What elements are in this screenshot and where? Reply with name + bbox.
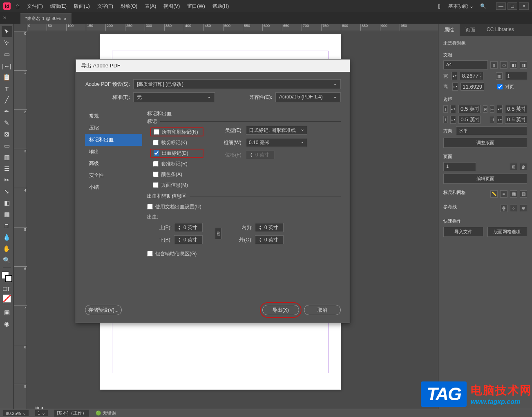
margin-inside-input[interactable] (505, 105, 527, 113)
workspace-switcher[interactable]: 基本功能 ⌄ (448, 3, 474, 10)
sidebar-item-advanced[interactable]: 高级 (85, 158, 142, 169)
bleed-link-icon[interactable]: ⎘ (215, 228, 221, 239)
bleed-inside-input[interactable]: ▲▼0 英寸 (255, 223, 284, 232)
horizontal-grid-icon[interactable]: ☰ (2, 163, 12, 174)
format-container-icon[interactable]: □T (2, 283, 12, 294)
scissors-tool[interactable]: ✂ (2, 175, 12, 185)
sidebar-item-security[interactable]: 安全性 (85, 169, 142, 181)
tab-cc-libraries[interactable]: CC Libraries (481, 24, 520, 36)
binding-left-icon[interactable]: ◧ (510, 61, 517, 69)
crop-marks-checkbox[interactable] (153, 140, 159, 145)
margin-bottom-input[interactable] (458, 116, 481, 124)
menu-text[interactable]: 文字(T) (97, 3, 113, 10)
pen-tool[interactable]: ✒ (2, 106, 12, 117)
smart-guides-icon[interactable]: ⊕ (520, 205, 527, 212)
height-input[interactable] (460, 83, 484, 91)
hand-tool[interactable]: ✋ (2, 243, 12, 254)
menu-object[interactable]: 对象(O) (121, 3, 137, 10)
sidebar-item-general[interactable]: 常规 (85, 110, 142, 122)
share-icon[interactable]: ⇧ (436, 2, 442, 10)
use-doc-bleed-checkbox[interactable] (147, 204, 153, 210)
margin-outside-input[interactable] (505, 116, 527, 124)
window-close-button[interactable]: × (519, 2, 529, 10)
document-tab[interactable]: *未命名-1 @ 80% × (20, 13, 72, 24)
binding-right-icon[interactable]: ◨ (520, 61, 527, 69)
gap-tool[interactable]: |↔| (2, 60, 12, 71)
page-number-select[interactable]: 1 (443, 162, 476, 171)
page-info-checkbox[interactable] (153, 182, 159, 188)
content-collector-tool[interactable]: 📋 (2, 72, 12, 83)
columns-input[interactable] (505, 72, 527, 80)
sidebar-item-marks-bleed[interactable]: 标记和出血 (85, 134, 142, 146)
sidebar-item-output[interactable]: 输出 (85, 146, 142, 158)
line-tool[interactable]: ╱ (2, 95, 12, 105)
pdf-preset-select[interactable]: [高质量打印] (已修改) (133, 79, 341, 89)
edit-page-button[interactable]: 编辑页面 (443, 174, 527, 184)
bleed-bottom-input[interactable]: ▲▼0 英寸 (174, 235, 203, 244)
margin-link-icon[interactable]: ⎘ (483, 105, 487, 113)
bleed-outside-input[interactable]: ▲▼0 英寸 (255, 235, 284, 244)
home-icon[interactable]: ⌂ (16, 2, 20, 10)
page-tool[interactable]: ▭ (2, 49, 12, 60)
direct-selection-tool[interactable] (2, 38, 12, 48)
menu-help[interactable]: 帮助(H) (212, 3, 229, 10)
menu-table[interactable]: 表(A) (145, 3, 156, 10)
menu-edit[interactable]: 编辑(E) (50, 3, 67, 10)
table-grid-icon[interactable]: ▥ (2, 152, 12, 163)
guides-lock-icon[interactable]: ⊹ (510, 205, 517, 212)
window-max-button[interactable]: □ (507, 2, 517, 10)
page-nav[interactable]: ⏮ ◀ 1 ⌄ ▶ ⏭ (35, 405, 48, 417)
note-tool[interactable]: 🗒 (2, 221, 12, 231)
margin-top-input[interactable] (458, 105, 481, 113)
compatibility-select[interactable]: Acrobat 5 (PDF 1.4) (275, 92, 341, 102)
tabbar-handle-icon[interactable]: » (3, 14, 7, 20)
gradient-swatch-tool[interactable]: ◧ (2, 198, 12, 208)
tab-properties[interactable]: 属性 (438, 24, 460, 36)
mark-type-select[interactable]: 日式标记, 圆形套准线 (246, 126, 307, 135)
tab-close-icon[interactable]: × (64, 16, 66, 21)
bleed-marks-checkbox[interactable] (154, 150, 159, 156)
new-page-icon[interactable]: ⊞ (510, 163, 517, 170)
preview-mode-icon[interactable]: ◉ (2, 319, 12, 329)
gradient-feather-tool[interactable]: ▦ (2, 209, 12, 220)
include-slug-checkbox[interactable] (147, 251, 153, 256)
eyedropper-tool[interactable]: 💧 (2, 232, 12, 243)
standard-select[interactable]: 无 (133, 92, 215, 102)
registration-marks-checkbox[interactable] (153, 161, 159, 167)
tab-pages[interactable]: 页面 (460, 24, 481, 36)
import-file-button[interactable]: 导入文件 (443, 227, 483, 237)
menu-view[interactable]: 视图(V) (163, 3, 180, 10)
ruler-vertical[interactable]: 0123456789 (14, 31, 27, 409)
facing-pages-checkbox[interactable] (497, 84, 503, 89)
orient-landscape-icon[interactable]: ▭ (500, 61, 507, 69)
orient-portrait-icon[interactable]: ▯ (490, 61, 498, 69)
save-preset-button[interactable]: 存储预设(V)... (85, 305, 122, 315)
doc-grid-icon[interactable]: ▦ (510, 190, 517, 198)
ruler-icon[interactable]: 📏 (490, 190, 498, 198)
orientation-select[interactable]: 水平 (456, 126, 527, 135)
all-marks-checkbox[interactable] (154, 129, 159, 135)
search-icon[interactable]: 🔍 (480, 3, 486, 9)
page-preset-select[interactable]: A4 (443, 60, 488, 69)
rectangle-frame-tool[interactable]: ⊠ (2, 129, 12, 140)
mark-weight-select[interactable]: 0.10 毫米 (246, 138, 307, 147)
grid-options-button[interactable]: 版面网格选项 (487, 227, 528, 237)
preflight-status[interactable]: 🟢 无错误 (96, 410, 116, 416)
rectangle-tool[interactable]: ▭ (2, 140, 12, 151)
window-min-button[interactable]: — (496, 2, 506, 10)
screen-mode-icon[interactable]: ▣ (2, 307, 12, 318)
fill-stroke-swatch[interactable] (2, 272, 12, 282)
ruler-horizontal[interactable]: 0501001502002503003504004505005506006507… (27, 24, 438, 31)
bleed-top-input[interactable]: ▲▼0 英寸 (174, 223, 203, 232)
sidebar-item-summary[interactable]: 小结 (85, 181, 142, 193)
layout-grid-icon[interactable]: ▥ (520, 190, 527, 198)
menu-layout[interactable]: 版面(L) (74, 3, 90, 10)
apply-none-icon[interactable] (3, 294, 11, 303)
pencil-tool[interactable]: ✎ (2, 118, 12, 128)
selection-tool[interactable] (2, 26, 12, 37)
layer-select[interactable]: [基本]（工作） (54, 410, 89, 417)
free-transform-tool[interactable]: ⤡ (2, 186, 12, 197)
guides-show-icon[interactable]: ╬ (500, 205, 507, 212)
width-input[interactable] (460, 72, 483, 80)
zoom-select[interactable]: 80.25% ⌄ (3, 410, 29, 416)
